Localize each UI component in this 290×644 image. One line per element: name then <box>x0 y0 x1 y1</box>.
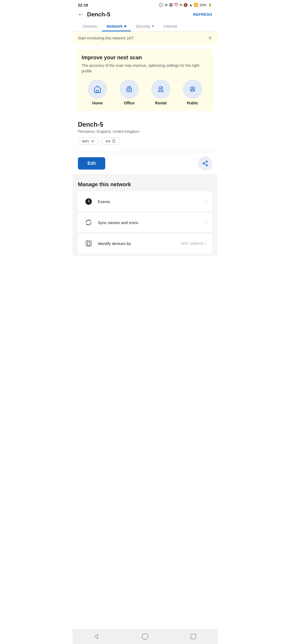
refresh-button[interactable]: REFRESH <box>193 12 212 17</box>
share-button[interactable] <box>198 156 212 170</box>
notification-icon: 🔕 <box>183 3 188 7</box>
svg-rect-16 <box>86 241 91 246</box>
sync-icon <box>85 219 92 226</box>
scan-card-title: Improve your next scan <box>82 54 208 61</box>
events-chevron: › <box>205 199 207 204</box>
office-option-icon-bg <box>119 79 139 99</box>
network-badges: WiFi 4/4 <box>78 137 212 145</box>
tab-devices-label: Devices <box>83 24 97 28</box>
wifi-icon: ▲ <box>189 3 193 7</box>
manage-section-title: Manage this network <box>78 181 212 188</box>
media-icon: ⚙ <box>165 3 168 7</box>
status-icons: 💬 ⚙ 🖼 ⏰ N 🔕 ▲ 📶 29% 🔋 <box>159 3 212 7</box>
page-title: Dench-5 <box>87 11 193 18</box>
network-info: Dench-5 Penzance, England, United Kingdo… <box>73 115 218 152</box>
sync-chevron: › <box>205 220 207 225</box>
monitoring-banner: Start monitoring this network 24/7 ✕ <box>73 31 218 45</box>
tabs-bar: Devices Network Security Internet <box>73 21 218 31</box>
public-icon <box>188 85 197 94</box>
signal-icon: 📶 <box>194 3 198 7</box>
svg-point-11 <box>203 163 204 164</box>
scan-options: Home Office Ren <box>82 79 208 105</box>
whatsapp-icon: 💬 <box>159 3 163 7</box>
sync-icon-container <box>83 217 94 228</box>
tab-security[interactable]: Security <box>131 21 159 31</box>
svg-line-14 <box>204 164 206 165</box>
tab-security-dot <box>152 25 154 27</box>
wifi-badge-icon <box>90 139 95 143</box>
identify-label: Identify devices by <box>98 241 181 246</box>
home-option-label: Home <box>92 101 103 105</box>
wifi-badge: WiFi <box>78 137 99 145</box>
office-icon <box>125 85 134 94</box>
network-name: Dench-5 <box>78 121 212 128</box>
scan-card-description: The accuracy of the scan may improve, op… <box>82 63 208 74</box>
network-location: Penzance, England, United Kingdom <box>78 129 212 134</box>
svg-rect-0 <box>96 90 99 92</box>
nfc-icon: N <box>180 3 182 7</box>
svg-line-13 <box>204 162 206 163</box>
manage-section: Manage this network Events › <box>73 175 218 256</box>
manage-item-identify[interactable]: Identify devices by MAC address › <box>78 233 212 254</box>
status-time: 22:16 <box>78 3 88 7</box>
scan-card: Improve your next scan The accuracy of t… <box>76 49 214 111</box>
back-button[interactable]: ← <box>78 11 84 18</box>
battery-icon: 29% <box>200 3 206 7</box>
rental-icon <box>156 85 165 94</box>
identify-value: MAC address <box>181 241 204 246</box>
svg-point-6 <box>192 88 193 89</box>
devices-badge-label: 4/4 <box>106 139 110 143</box>
svg-rect-17 <box>87 242 90 246</box>
manage-list: Events › Sync names and icons › <box>78 191 212 254</box>
battery-level: 🔋 <box>208 3 212 7</box>
wifi-badge-label: WiFi <box>82 139 89 143</box>
manage-item-sync[interactable]: Sync names and icons › <box>78 212 212 233</box>
events-icon-container <box>83 196 94 207</box>
status-bar: 22:16 💬 ⚙ 🖼 ⏰ N 🔕 ▲ 📶 29% 🔋 <box>73 0 218 9</box>
identify-icon <box>85 240 92 247</box>
home-icon <box>93 85 102 94</box>
svg-point-10 <box>206 161 208 162</box>
rental-option-icon-bg <box>151 79 171 99</box>
image-icon: 🖼 <box>169 3 173 7</box>
banner-close-button[interactable]: ✕ <box>208 35 212 41</box>
banner-text: Start monitoring this network 24/7 <box>78 36 134 40</box>
tab-network[interactable]: Network <box>102 21 131 31</box>
tab-internet[interactable]: Internet <box>159 21 182 31</box>
share-icon <box>202 160 208 167</box>
device-badge-icon <box>112 139 116 143</box>
home-option-icon-bg <box>88 79 107 99</box>
tab-network-dot <box>124 25 126 27</box>
events-label: Events <box>98 199 205 204</box>
identify-icon-container <box>83 238 94 249</box>
identify-chevron: › <box>205 241 207 246</box>
sync-label: Sync names and icons <box>98 220 205 225</box>
manage-item-events[interactable]: Events › <box>78 191 212 212</box>
office-option-label: Office <box>124 101 135 105</box>
svg-point-12 <box>206 165 208 166</box>
tab-internet-label: Internet <box>164 24 177 28</box>
scan-option-public[interactable]: Public <box>183 79 202 105</box>
alarm-icon: ⏰ <box>174 3 178 7</box>
scan-option-office[interactable]: Office <box>119 79 139 105</box>
devices-badge: 4/4 <box>102 137 120 145</box>
tab-security-label: Security <box>136 24 150 28</box>
edit-button[interactable]: Edit <box>78 157 105 170</box>
tab-network-label: Network <box>107 24 122 28</box>
public-option-icon-bg <box>183 79 202 99</box>
scan-option-home[interactable]: Home <box>88 79 107 105</box>
svg-point-7 <box>92 142 93 143</box>
header: ← Dench-5 REFRESH <box>73 9 218 21</box>
rental-option-label: Rental <box>155 101 167 105</box>
tab-devices[interactable]: Devices <box>78 21 102 31</box>
scan-option-rental[interactable]: Rental <box>151 79 171 105</box>
events-icon <box>85 198 92 205</box>
network-actions: Edit <box>73 152 218 175</box>
public-option-label: Public <box>187 101 198 105</box>
